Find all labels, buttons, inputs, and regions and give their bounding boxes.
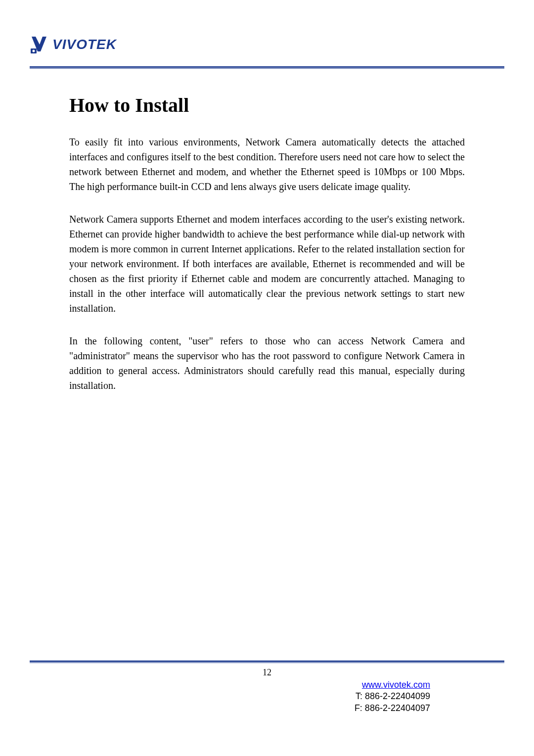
page-number: 12: [0, 667, 534, 678]
vivotek-logo-icon: [30, 35, 48, 54]
document-page: VIVOTEK How to Install To easily fit int…: [0, 0, 534, 756]
paragraph-2: Network Camera supports Ethernet and mod…: [69, 212, 465, 316]
paragraph-1: To easily fit into various environments,…: [69, 135, 465, 194]
page-title: How to Install: [69, 94, 465, 117]
footer-fax: F: 886-2-22404097: [355, 703, 430, 714]
content-area: How to Install To easily fit into variou…: [30, 94, 504, 393]
brand-name: VIVOTEK: [52, 37, 117, 52]
paragraph-3: In the following content, "user" refers …: [69, 333, 465, 393]
footer-divider: [30, 661, 504, 663]
footer-website-link[interactable]: www.vivotek.com: [362, 680, 430, 690]
svg-point-1: [33, 50, 35, 52]
footer-telephone: T: 886-2-22404099: [355, 691, 430, 702]
header-divider: [30, 66, 504, 69]
logo-area: VIVOTEK: [30, 35, 504, 54]
footer-info: www.vivotek.com T: 886-2-22404099 F: 886…: [355, 679, 430, 714]
